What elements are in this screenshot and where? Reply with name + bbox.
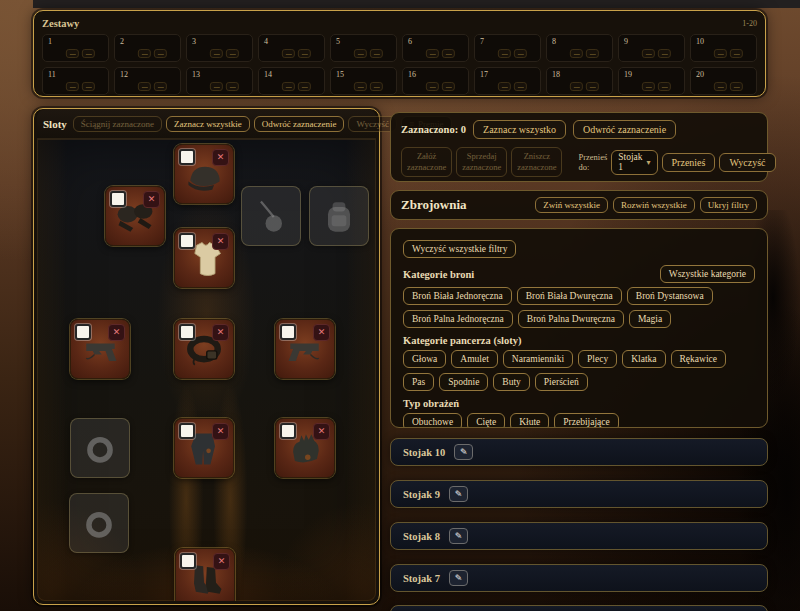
set-slot-9-load-button[interactable] — [657, 49, 670, 58]
slot-remove-button[interactable]: ✕ — [313, 423, 330, 440]
stack-bar-partial[interactable] — [390, 605, 768, 611]
equip-slot-ring-1-empty[interactable] — [70, 418, 130, 478]
set-slot-18-load-button[interactable] — [585, 82, 598, 91]
set-slot-2[interactable]: 2 — [114, 34, 181, 62]
equip-slot-backpack-empty[interactable] — [309, 186, 369, 246]
set-slot-17[interactable]: 17 — [474, 67, 541, 95]
filter-chip-slashing[interactable]: Cięte — [467, 413, 505, 428]
set-slot-8-load-button[interactable] — [585, 49, 598, 58]
set-slot-15-load-button[interactable] — [369, 82, 382, 91]
set-slot-18-save-button[interactable] — [569, 82, 582, 91]
set-slot-16[interactable]: 16 — [402, 67, 469, 95]
set-slot-17-save-button[interactable] — [497, 82, 510, 91]
set-slot-11-load-button[interactable] — [81, 82, 94, 91]
set-slot-3[interactable]: 3 — [186, 34, 253, 62]
set-slot-13-load-button[interactable] — [225, 82, 238, 91]
set-slot-4-save-button[interactable] — [281, 49, 294, 58]
slot-checkbox[interactable] — [280, 423, 296, 439]
destroy-selected-button[interactable]: Zniszcz zaznaczone — [511, 147, 562, 177]
filter-chip-boots[interactable]: Buty — [493, 373, 529, 391]
filter-chip-blunt[interactable]: Obuchowe — [403, 413, 462, 428]
filter-chip-shoulders[interactable]: Naramienniki — [503, 350, 573, 368]
slot-remove-button[interactable]: ✕ — [143, 191, 160, 208]
set-slot-20-load-button[interactable] — [729, 82, 742, 91]
slot-remove-button[interactable]: ✕ — [212, 233, 229, 250]
set-slot-19-save-button[interactable] — [641, 82, 654, 91]
equip-slot-legs[interactable]: ✕ — [174, 418, 234, 478]
equip-slot-weapon-left[interactable]: ✕ — [70, 319, 130, 379]
set-slot-12[interactable]: 12 — [114, 67, 181, 95]
equip-slot-head[interactable]: ✕ — [174, 144, 234, 204]
set-slot-12-load-button[interactable] — [153, 82, 166, 91]
equip-slot-ring-2-empty[interactable] — [69, 493, 129, 553]
equip-slot-boots[interactable]: ✕ — [175, 548, 235, 601]
all-categories-button[interactable]: Wszystkie kategorie — [660, 265, 755, 283]
slot-remove-button[interactable]: ✕ — [212, 423, 229, 440]
set-slot-17-load-button[interactable] — [513, 82, 526, 91]
clear-all-filters-button[interactable]: Wyczyść wszystkie filtry — [403, 240, 516, 258]
set-slot-10[interactable]: 10 — [690, 34, 757, 62]
set-slot-15-save-button[interactable] — [353, 82, 366, 91]
set-slot-7-load-button[interactable] — [513, 49, 526, 58]
filter-chip-amulet[interactable]: Amulet — [451, 350, 498, 368]
sell-selected-button[interactable]: Sprzedaj zaznaczone — [456, 147, 507, 177]
slot-checkbox[interactable] — [179, 233, 195, 249]
filter-chip-magic[interactable]: Magia — [629, 310, 671, 328]
hide-filters-button[interactable]: Ukryj filtry — [700, 197, 757, 213]
invert-selection-button[interactable]: Odwróć zaznaczenie — [573, 120, 676, 139]
filter-chip-melee-1h[interactable]: Broń Biała Jednoręczna — [403, 287, 512, 305]
move-button[interactable]: Przenieś — [662, 153, 716, 172]
set-slot-1-save-button[interactable] — [65, 49, 78, 58]
slot-remove-button[interactable]: ✕ — [212, 149, 229, 166]
equip-slot-chest[interactable]: ✕ — [174, 228, 234, 288]
set-slot-7-save-button[interactable] — [497, 49, 510, 58]
filter-chip-back[interactable]: Plecy — [578, 350, 617, 368]
slot-checkbox[interactable] — [280, 324, 296, 340]
set-slot-4[interactable]: 4 — [258, 34, 325, 62]
filter-chip-ring[interactable]: Pierścień — [535, 373, 588, 391]
set-slot-14-load-button[interactable] — [297, 82, 310, 91]
equip-slot-belt[interactable]: ✕ — [174, 319, 234, 379]
set-slot-14[interactable]: 14 — [258, 67, 325, 95]
set-slot-20-save-button[interactable] — [713, 82, 726, 91]
edit-stack-button[interactable]: ✎ — [449, 486, 468, 502]
filter-chip-piercing[interactable]: Przebijające — [554, 413, 618, 428]
collapse-all-button[interactable]: Zwiń wszystkie — [535, 197, 608, 213]
set-slot-7[interactable]: 7 — [474, 34, 541, 62]
slot-remove-button[interactable]: ✕ — [212, 324, 229, 341]
slot-checkbox[interactable] — [180, 553, 196, 569]
equip-selected-button[interactable]: Załóż zaznaczone — [401, 147, 452, 177]
set-slot-2-save-button[interactable] — [137, 49, 150, 58]
slot-checkbox[interactable] — [179, 149, 195, 165]
filter-chip-chest[interactable]: Klatka — [622, 350, 665, 368]
set-slot-16-load-button[interactable] — [441, 82, 454, 91]
slot-remove-button[interactable]: ✕ — [108, 324, 125, 341]
set-slot-2-load-button[interactable] — [153, 49, 166, 58]
filter-chip-legs[interactable]: Spodnie — [439, 373, 488, 391]
equip-slot-gloves[interactable]: ✕ — [275, 418, 335, 478]
filter-chip-gloves[interactable]: Rękawice — [671, 350, 726, 368]
filter-chip-ranged[interactable]: Broń Dystansowa — [627, 287, 713, 305]
edit-stack-button[interactable]: ✎ — [449, 528, 468, 544]
slot-checkbox[interactable] — [75, 324, 91, 340]
set-slot-6-load-button[interactable] — [441, 49, 454, 58]
set-slot-6[interactable]: 6 — [402, 34, 469, 62]
expand-all-button[interactable]: Rozwiń wszystkie — [613, 197, 695, 213]
set-slot-9-save-button[interactable] — [641, 49, 654, 58]
edit-stack-button[interactable]: ✎ — [454, 444, 473, 460]
set-slot-5-save-button[interactable] — [353, 49, 366, 58]
slot-remove-button[interactable]: ✕ — [213, 553, 230, 570]
set-slot-5-load-button[interactable] — [369, 49, 382, 58]
stack-bar-stojak-9[interactable]: Stojak 9 ✎ — [390, 480, 768, 508]
set-slot-1[interactable]: 1 — [42, 34, 109, 62]
slot-remove-button[interactable]: ✕ — [313, 324, 330, 341]
set-slot-16-save-button[interactable] — [425, 82, 438, 91]
set-slot-9[interactable]: 9 — [618, 34, 685, 62]
filter-chip-firearm-2h[interactable]: Broń Palna Dwuręczna — [518, 310, 624, 328]
set-slot-4-load-button[interactable] — [297, 49, 310, 58]
set-slot-19[interactable]: 19 — [618, 67, 685, 95]
set-slot-8-save-button[interactable] — [569, 49, 582, 58]
stack-bar-stojak-7[interactable]: Stojak 7 ✎ — [390, 564, 768, 592]
select-all-slots-button[interactable]: Zaznacz wszystkie — [166, 116, 250, 132]
set-slot-10-load-button[interactable] — [729, 49, 742, 58]
